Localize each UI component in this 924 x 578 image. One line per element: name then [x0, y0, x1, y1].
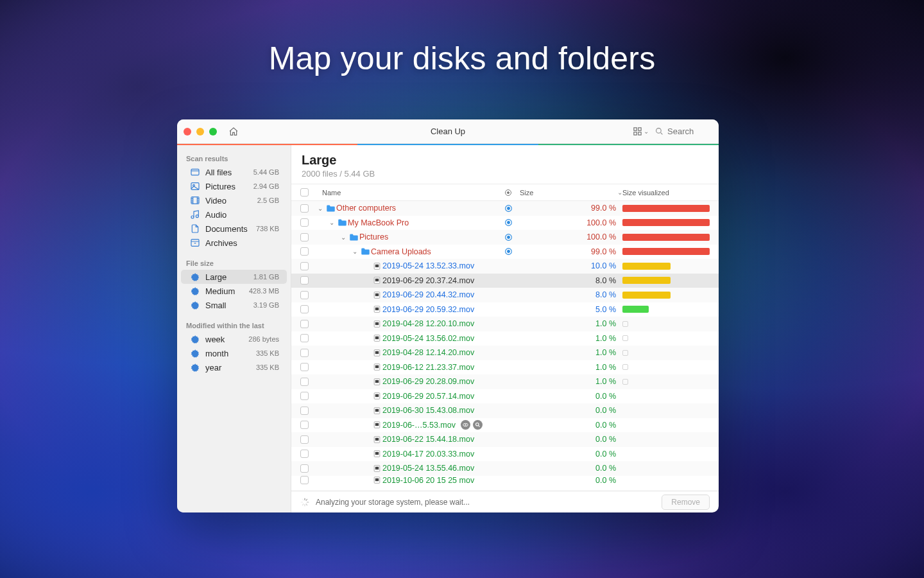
sidebar: Scan resultsAll files5.44 GBPictures2.94…	[177, 145, 291, 512]
window-toolbar: Clean Up ⌄	[177, 119, 719, 144]
sidebar-item-month[interactable]: month335 KB	[181, 346, 287, 360]
svg-point-23	[508, 222, 510, 224]
row-checkbox[interactable]	[300, 233, 309, 241]
sidebar-item-archives[interactable]: Archives	[181, 236, 287, 250]
tree-folder-row[interactable]: ⌄Pictures100.0 %	[291, 230, 719, 245]
column-size-visualized[interactable]: Size visualized	[622, 189, 710, 197]
file-row[interactable]: 2019-06-29 20.57.14.mov0.0 %	[291, 389, 719, 404]
file-row[interactable]: 2019-06-12 21.23.37.mov1.0 %	[291, 360, 719, 375]
svg-rect-11	[191, 240, 199, 247]
row-checkbox[interactable]	[300, 262, 309, 270]
file-row[interactable]: 2019-06-29 20.59.32.mov5.0 %	[291, 302, 719, 317]
movie-file-icon	[371, 421, 382, 429]
reveal-icon[interactable]	[473, 420, 483, 430]
row-checkbox[interactable]	[300, 305, 309, 313]
column-size[interactable]: Size ⌄	[520, 189, 622, 197]
row-checkbox[interactable]	[300, 450, 309, 458]
svg-rect-49	[375, 409, 378, 412]
file-row[interactable]: 2019-06-30 15.43.08.mov0.0 %	[291, 403, 719, 418]
file-row[interactable]: 2019-06-…5.53.mov0.0 %	[291, 418, 719, 433]
row-checkbox[interactable]	[300, 407, 309, 415]
sidebar-item-pictures[interactable]: Pictures2.94 GB	[181, 179, 287, 193]
row-checkbox[interactable]	[300, 392, 309, 400]
search-field[interactable]	[655, 127, 712, 136]
select-all-checkbox[interactable]	[300, 188, 309, 197]
content-area: Large 2000 files / 5.44 GB Name Size ⌄ S…	[291, 145, 719, 512]
file-row[interactable]: 2019-04-28 12.14.20.mov1.0 %	[291, 346, 719, 360]
sidebar-item-large[interactable]: Large1.81 GB	[181, 270, 287, 284]
sidebar-item-documents[interactable]: Documents738 KB	[181, 222, 287, 236]
sidebar-item-week[interactable]: week286 bytes	[181, 332, 287, 346]
all-files-icon	[190, 167, 200, 177]
close-window-button[interactable]	[184, 128, 191, 136]
row-checkbox[interactable]	[300, 421, 309, 429]
file-row[interactable]: 2019-05-24 13.56.02.mov1.0 %	[291, 331, 719, 346]
file-row[interactable]: 2019-06-29 20.37.24.mov8.0 %	[291, 274, 719, 288]
row-checkbox[interactable]	[300, 435, 309, 444]
svg-rect-60	[375, 467, 378, 469]
size-bar-tiny	[622, 321, 628, 327]
view-mode-menu[interactable]: ⌄	[633, 124, 649, 139]
sidebar-item-all-files[interactable]: All files5.44 GB	[181, 165, 287, 179]
tree-folder-row[interactable]: ⌄Other computers99.0 %	[291, 201, 719, 216]
row-checkbox[interactable]	[300, 349, 309, 357]
sidebar-item-size: 286 bytes	[248, 335, 279, 343]
row-name: 2019-10-06 20 15 25 mov	[382, 476, 504, 485]
disclosure-down-icon[interactable]: ⌄	[316, 205, 325, 212]
gear-icon	[190, 348, 200, 358]
sidebar-item-audio[interactable]: Audio	[181, 207, 287, 222]
file-row[interactable]: 2019-05-24 13.52.33.mov10.0 %	[291, 259, 719, 274]
row-name: Other computers	[336, 204, 504, 213]
sidebar-item-medium[interactable]: Medium428.3 MB	[181, 284, 287, 298]
disclosure-down-icon[interactable]: ⌄	[327, 219, 336, 226]
row-checkbox[interactable]	[300, 464, 309, 473]
row-size: 10.0 %	[520, 261, 622, 270]
column-name[interactable]: Name	[322, 189, 504, 197]
row-checkbox[interactable]	[300, 363, 309, 371]
disclosure-down-icon[interactable]: ⌄	[350, 248, 359, 255]
sidebar-item-label: Audio	[205, 210, 227, 220]
row-checkbox[interactable]	[300, 291, 309, 299]
tree-folder-row[interactable]: ⌄Camera Uploads99.0 %	[291, 245, 719, 259]
minimize-window-button[interactable]	[196, 128, 204, 136]
row-checkbox[interactable]	[300, 218, 309, 227]
row-size: 1.0 %	[520, 377, 622, 386]
home-icon	[228, 127, 239, 137]
svg-rect-0	[634, 128, 637, 130]
zoom-window-button[interactable]	[209, 128, 217, 136]
row-checkbox[interactable]	[300, 204, 309, 213]
sync-indicator	[504, 247, 520, 256]
row-checkbox[interactable]	[300, 378, 309, 386]
file-row[interactable]: 2019-10-06 20 15 25 mov0.0 %	[291, 476, 719, 485]
remove-button[interactable]: Remove	[662, 495, 710, 510]
row-size: 1.0 %	[520, 363, 622, 372]
sidebar-item-video[interactable]: Video2.5 GB	[181, 193, 287, 207]
file-row[interactable]: 2019-06-29 20.28.09.mov1.0 %	[291, 374, 719, 389]
file-row[interactable]: 2019-04-28 12.20.10.mov1.0 %	[291, 317, 719, 331]
file-row[interactable]: 2019-04-17 20.03.33.mov0.0 %	[291, 447, 719, 462]
file-row[interactable]: 2019-06-22 15.44.18.mov0.0 %	[291, 432, 719, 447]
svg-point-9	[191, 216, 194, 218]
home-button[interactable]	[226, 124, 241, 139]
file-row[interactable]: 2019-05-24 13.55.46.mov0.0 %	[291, 461, 719, 476]
file-list[interactable]: ⌄Other computers99.0 %⌄My MacBook Pro100…	[291, 201, 719, 491]
row-name: 2019-06-29 20.57.14.mov	[382, 392, 504, 401]
sidebar-item-year[interactable]: year335 KB	[181, 360, 287, 374]
row-checkbox[interactable]	[300, 476, 309, 484]
row-size: 100.0 %	[520, 232, 622, 241]
row-checkbox[interactable]	[300, 276, 309, 285]
sidebar-item-small[interactable]: Small3.19 GB	[181, 298, 287, 312]
row-checkbox[interactable]	[300, 320, 309, 328]
row-checkbox[interactable]	[300, 247, 309, 256]
disclosure-down-icon[interactable]: ⌄	[339, 234, 348, 241]
row-name: 2019-06-30 15.43.08.mov	[382, 406, 504, 415]
svg-rect-33	[375, 293, 378, 296]
file-row[interactable]: 2019-06-29 20.44.32.mov8.0 %	[291, 288, 719, 302]
quicklook-icon[interactable]	[461, 420, 470, 430]
svg-point-19	[508, 191, 509, 193]
tree-folder-row[interactable]: ⌄My MacBook Pro100.0 %	[291, 216, 719, 231]
search-input[interactable]	[667, 127, 712, 136]
row-checkbox[interactable]	[300, 334, 309, 342]
traffic-lights	[184, 128, 217, 136]
row-name: 2019-05-24 13.55.46.mov	[382, 464, 504, 473]
